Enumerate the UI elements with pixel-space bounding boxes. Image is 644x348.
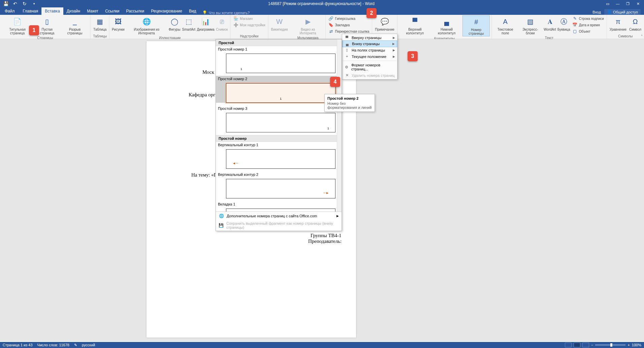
zoom-level[interactable]: 100% [632,343,641,347]
group-symbols-label: Символы [609,34,642,39]
pictures-button[interactable]: 🖼Рисунки [111,15,125,32]
gallery-scrollbar[interactable] [337,39,342,212]
view-print-layout[interactable] [574,343,580,347]
group-tables: ▦Таблица Таблицы [91,15,109,39]
signature-icon: ✎ [572,16,578,21]
zoom-slider[interactable] [595,344,625,346]
callout-4: 4 [330,77,340,87]
cover-page-button[interactable]: 📄Титульная страница [2,15,33,36]
qat-dropdown-icon[interactable]: ▾ [31,1,37,7]
bookmark-button[interactable]: 🔖Закладка [327,22,370,28]
menu-page-margins[interactable]: ▯На полях страницы▶ [342,47,397,53]
zoom-out-button[interactable]: − [591,343,593,347]
page-number-button[interactable]: #Номер страницы [462,15,490,36]
share-button[interactable]: 👤 Общий доступ [604,9,641,15]
online-video-button: ▶Видео из Интернета [292,15,323,36]
zoom-in-button[interactable]: + [627,343,630,347]
menu-top-of-page[interactable]: ▀Вверху страницы▶ [342,35,397,41]
gallery-more-from-office[interactable]: 🌐Дополнительные номера страниц с сайта O… [216,212,342,220]
footer-icon: ▄ [441,16,452,27]
status-language[interactable]: русский [82,343,95,347]
gallery-item-simple-1[interactable]: 1 [226,54,335,73]
drop-cap-icon: Ⓐ [558,16,569,27]
menu-bottom-of-page[interactable]: ▄Внизу страницы▶ [342,40,397,47]
text-box-button[interactable]: AТекстовое поле [493,15,517,36]
tooltip-desc: Номер без форматирования и линий [327,101,372,109]
tell-me-search[interactable]: 💡 Что вы хотите сделать? [202,10,250,15]
header-button[interactable]: ▀Верхний колонтитул [399,15,431,36]
minimize-icon[interactable]: — [613,0,622,7]
tab-insert[interactable]: Вставка [41,7,63,15]
smartart-button[interactable]: ⬚SmartArt [182,15,196,32]
redo-icon[interactable]: ↻ [22,1,28,7]
hyperlink-button[interactable]: 🔗Гиперссылка [327,15,370,22]
undo-icon[interactable]: ↶ [12,1,18,7]
status-page[interactable]: Страница 1 из 43 [3,343,33,347]
comment-button[interactable]: 💬Примечание [374,15,395,32]
tab-layout[interactable]: Макет [84,7,102,15]
signature-line-button[interactable]: ✎Строка подписи [571,15,605,22]
shapes-button[interactable]: ◯Фигуры [168,15,181,32]
page-number-icon: # [471,17,482,27]
footer-button[interactable]: ▄Нижний колонтитул [431,15,462,36]
quick-parts-button[interactable]: ▧Экспресс- блоки [518,15,543,36]
group-wikipedia: WВикипедия [268,15,291,39]
wikipedia-button: WВикипедия [270,15,289,32]
online-pictures-button[interactable]: 🌐Изображения из Интернета [126,15,167,36]
status-word-count[interactable]: Число слов: 11678 [37,343,69,347]
doc-line-3: На тему: «П [191,172,218,178]
gallery-item-tab-1[interactable] [226,209,335,212]
menu-current-position[interactable]: ⌖Текущее положение▶ [342,53,397,60]
wordart-button[interactable]: 𝐀WordArt [543,15,556,32]
drop-cap-button[interactable]: ⒶБуквица [557,15,571,32]
save-icon[interactable]: 💾 [3,1,9,7]
equation-button[interactable]: πУравнение [609,15,627,32]
page-break-icon: ⎯ [69,16,80,27]
tab-home[interactable]: Главная [20,7,42,15]
tab-mailings[interactable]: Рассылки [123,7,148,15]
screenshot-button: ⎚Снимок [216,15,228,32]
doc-line-1: Моск [202,69,214,75]
signin-link[interactable]: Вход [592,10,601,14]
tab-design[interactable]: Дизайн [63,7,84,15]
maximize-icon[interactable]: ❐ [623,0,633,7]
page-break-button[interactable]: ⎯Разрыв страницы [61,15,89,36]
ribbon-tabs: Файл Главная Вставка Дизайн Макет Ссылки… [0,7,644,15]
view-read-mode[interactable] [565,343,572,347]
symbol-button[interactable]: ΩСимвол [628,15,642,32]
wikipedia-icon: W [274,16,285,27]
view-web-layout[interactable] [582,343,589,347]
remove-icon: ✕ [344,73,350,77]
text-box-icon: A [500,16,511,27]
chart-button[interactable]: 📊Диаграмма [197,15,215,32]
gallery-tooltip: Простой номер 2 Номер без форматирования… [324,94,375,112]
date-time-button[interactable]: 📅Дата и время [571,22,605,28]
collapse-ribbon-icon[interactable]: ˄ [641,34,643,38]
chevron-right-icon: ▶ [393,49,395,52]
share-label: Общий доступ [613,10,638,14]
lightbulb-icon: 💡 [202,10,207,15]
callout-2: 2 [366,8,377,18]
window-title: 148687 [Режим ограниченной функционально… [40,1,603,6]
tab-view[interactable]: Вид [186,7,200,15]
group-tables-label: Таблицы [92,34,107,39]
store-button: 🏪Магазин [232,15,266,22]
group-text: AТекстовое поле ▧Экспресс- блоки 𝐀WordAr… [492,15,607,39]
tab-references[interactable]: Ссылки [102,7,123,15]
ribbon-options-icon[interactable]: ▭ [603,0,612,7]
blank-page-icon: ▯ [42,16,53,27]
tab-file[interactable]: Файл [0,7,20,15]
gallery-item-simple-2[interactable]: 1 [226,83,335,103]
current-pos-icon: ⌖ [344,54,350,59]
table-button[interactable]: ▦Таблица [92,15,107,32]
gallery-item-simple-3[interactable]: 1 [226,113,335,132]
tab-review[interactable]: Рецензирование [148,7,186,15]
tooltip-title: Простой номер 2 [327,96,372,100]
gallery-item-vcontour-2[interactable]: ─► [226,179,335,198]
status-proofing-icon[interactable]: ✎ [74,343,77,347]
gallery-item-vcontour-1[interactable]: ◄─ [226,149,335,169]
chevron-right-icon: ▶ [393,36,395,39]
menu-format-numbers[interactable]: ⚙Формат номеров страниц... [342,62,397,72]
close-icon[interactable]: ✕ [633,0,643,7]
object-button[interactable]: ▢Объект [571,28,605,34]
